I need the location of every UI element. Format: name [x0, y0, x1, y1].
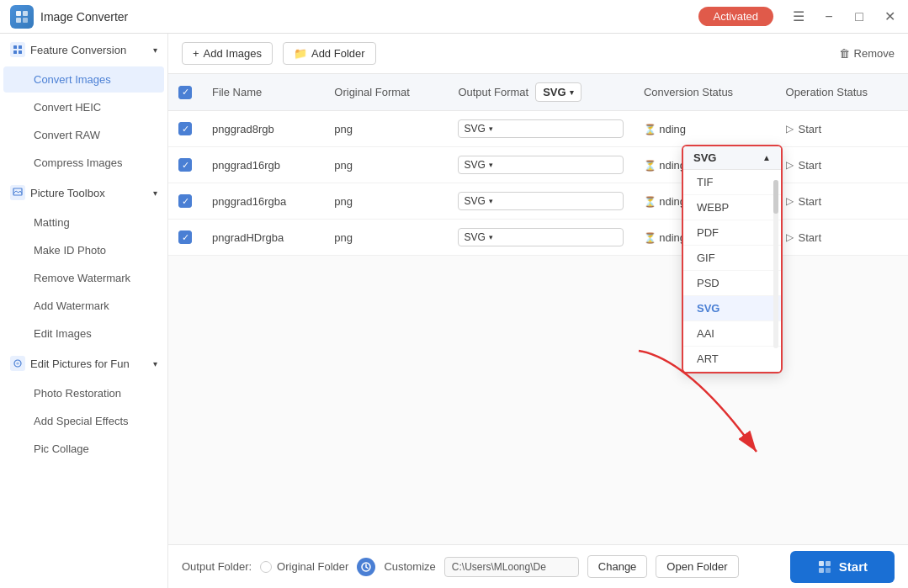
- title-bar: Image Converter Activated ☰ − □ ✕: [0, 0, 908, 34]
- svg-rect-13: [826, 561, 831, 566]
- maximize-icon[interactable]: □: [851, 8, 868, 25]
- row-1-format-select[interactable]: SVG ▾: [458, 119, 624, 138]
- window-controls: ☰ − □ ✕: [790, 8, 898, 25]
- select-all-checkbox[interactable]: ✓: [178, 86, 192, 99]
- edit-pictures-for-fun-icon: [10, 356, 25, 371]
- row-3-checkbox[interactable]: ✓: [178, 194, 192, 208]
- table-row: ✓ pnggrad16rgb png SVG ▾ ⏳ nding: [168, 147, 908, 183]
- table-row: ✓ pnggrad8rgb png SVG ▾ ⏳ nding: [168, 111, 908, 147]
- svg-rect-15: [826, 568, 831, 573]
- dropdown-scrollbar[interactable]: [773, 180, 778, 348]
- row-4-format-select[interactable]: SVG ▾: [458, 228, 624, 246]
- svg-rect-6: [13, 50, 17, 54]
- sidebar-section-picture-toolbox[interactable]: Picture Toolbox ▾: [0, 177, 167, 209]
- row-4-checkbox[interactable]: ✓: [178, 230, 192, 244]
- sidebar-item-edit-images[interactable]: Edit Images: [3, 320, 164, 347]
- add-folder-button[interactable]: 📁 Add Folder: [283, 42, 376, 65]
- table-container: ✓ File Name Original Format Output Forma…: [168, 74, 908, 544]
- svg-rect-4: [13, 45, 17, 49]
- svg-rect-5: [19, 45, 22, 49]
- start-play-icon: ▷: [786, 159, 794, 171]
- bottom-bar: Output Folder: Original Folder Customize…: [168, 544, 908, 588]
- change-button[interactable]: Change: [587, 555, 648, 578]
- sidebar-item-compress-images[interactable]: Compress Images: [3, 150, 164, 176]
- start-play-icon: ▷: [786, 195, 794, 207]
- app-logo: [10, 5, 34, 29]
- col-original-format: Original Format: [324, 74, 448, 111]
- feature-conversion-chevron: ▾: [153, 45, 157, 55]
- content-area: + Add Images 📁 Add Folder 🗑 Remove ✓: [168, 34, 908, 588]
- activated-badge: Activated: [698, 7, 773, 26]
- sidebar-item-add-watermark[interactable]: Add Watermark: [3, 293, 164, 319]
- dropdown-item-psd[interactable]: PSD: [683, 271, 781, 296]
- picture-toolbox-icon: [10, 185, 25, 200]
- original-folder-radio[interactable]: [260, 561, 272, 573]
- output-format-dropdown-trigger[interactable]: SVG ▾: [535, 82, 581, 102]
- dropdown-item-webp[interactable]: WEBP: [683, 195, 781, 220]
- svg-rect-0: [16, 11, 21, 16]
- sidebar-item-matting[interactable]: Matting: [3, 209, 164, 236]
- add-folder-icon: 📁: [294, 47, 307, 60]
- add-images-button[interactable]: + Add Images: [182, 42, 273, 65]
- close-icon[interactable]: ✕: [881, 8, 898, 25]
- dropdown-list: TIF WEBP PDF GIF PSD SVG AAI ART: [683, 170, 781, 372]
- dropdown-item-tif[interactable]: TIF: [683, 170, 781, 195]
- dropdown-item-gif[interactable]: GIF: [683, 246, 781, 271]
- svg-rect-12: [819, 561, 824, 566]
- start-play-icon: ▷: [786, 123, 794, 135]
- row-1-conversion-status: ⏳ nding: [634, 111, 776, 147]
- dropdown-item-aai[interactable]: AAI: [683, 321, 781, 347]
- sidebar-item-remove-watermark[interactable]: Remove Watermark: [3, 265, 164, 291]
- row-1-original-format: png: [324, 111, 448, 147]
- sidebar-item-convert-raw[interactable]: Convert RAW: [3, 122, 164, 148]
- row-1-checkbox[interactable]: ✓: [178, 122, 192, 135]
- start-play-icon: ▷: [786, 231, 794, 243]
- feature-conversion-icon: [10, 42, 25, 57]
- menu-icon[interactable]: ☰: [790, 8, 807, 25]
- svg-rect-14: [819, 568, 824, 573]
- start-main-button[interactable]: Start: [790, 551, 895, 583]
- sidebar-section-edit-pictures-for-fun[interactable]: Edit Pictures for Fun ▾: [0, 347, 167, 379]
- dropdown-chevron: ▾: [570, 88, 574, 97]
- svg-rect-7: [19, 50, 22, 54]
- sidebar-item-convert-images[interactable]: Convert Images: [3, 66, 164, 93]
- dropdown-up-icon: ▲: [762, 153, 771, 162]
- row-4-filename: pngradHDrgba: [202, 220, 324, 256]
- app-title: Image Converter: [40, 10, 698, 24]
- add-images-icon: +: [193, 47, 199, 60]
- row-2-format-select[interactable]: SVG ▾: [458, 156, 624, 174]
- file-table: ✓ File Name Original Format Output Forma…: [168, 74, 908, 256]
- svg-rect-3: [23, 18, 28, 23]
- row-3-start-btn[interactable]: ▷ Start: [786, 195, 898, 208]
- path-input[interactable]: [444, 557, 579, 577]
- row-1-start-btn[interactable]: ▷ Start: [786, 123, 898, 135]
- row-3-format-select[interactable]: SVG ▾: [458, 192, 624, 210]
- row-3-original-format: png: [324, 183, 448, 220]
- toolbar: + Add Images 📁 Add Folder 🗑 Remove: [168, 34, 908, 74]
- row-4-original-format: png: [324, 220, 448, 256]
- row-4-start-btn[interactable]: ▷ Start: [786, 231, 898, 244]
- sidebar-section-feature-conversion[interactable]: Feature Conversion ▾: [0, 34, 167, 66]
- open-folder-button[interactable]: Open Folder: [656, 555, 738, 578]
- original-folder-label: Original Folder: [277, 560, 348, 573]
- row-2-checkbox[interactable]: ✓: [178, 158, 192, 172]
- customize-icon: [357, 558, 375, 576]
- sidebar-item-make-id-photo[interactable]: Make ID Photo: [3, 237, 164, 263]
- dropdown-item-art[interactable]: ART: [683, 347, 781, 372]
- svg-rect-1: [23, 11, 28, 16]
- dropdown-scrollbar-thumb[interactable]: [773, 180, 778, 214]
- minimize-icon[interactable]: −: [820, 8, 837, 25]
- feature-conversion-label: Feature Conversion: [30, 44, 126, 56]
- sidebar-item-add-special-effects[interactable]: Add Special Effects: [3, 408, 164, 434]
- sidebar-item-convert-heic[interactable]: Convert HEIC: [3, 94, 164, 120]
- dropdown-item-pdf[interactable]: PDF: [683, 220, 781, 246]
- sidebar: Feature Conversion ▾ Convert Images Conv…: [0, 34, 168, 588]
- sidebar-item-photo-restoration[interactable]: Photo Restoration: [3, 380, 164, 406]
- table-row: ✓ pngradHDrgba png SVG ▾ ⏳ nding: [168, 220, 908, 256]
- sidebar-item-pic-collage[interactable]: Pic Collage: [3, 436, 164, 462]
- dropdown-item-svg[interactable]: SVG: [683, 296, 781, 321]
- row-2-filename: pnggrad16rgb: [202, 147, 324, 183]
- row-2-start-btn[interactable]: ▷ Start: [786, 159, 898, 172]
- remove-button[interactable]: 🗑 Remove: [839, 47, 895, 60]
- picture-toolbox-label: Picture Toolbox: [30, 187, 105, 199]
